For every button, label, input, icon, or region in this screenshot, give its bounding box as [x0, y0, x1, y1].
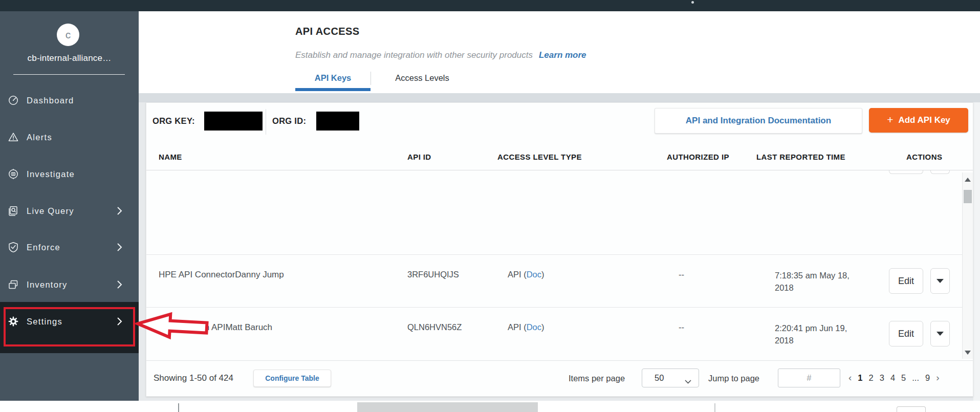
inventory-icon	[8, 279, 19, 290]
access-type-suffix: )	[541, 270, 545, 279]
page-subtitle-text: Establish and manage integration with ot…	[295, 50, 533, 60]
cell-last-reported-time: 2:20:41 pm Jun 19, 2018	[775, 322, 856, 346]
annotation-red-arrow-icon	[135, 309, 211, 344]
page-title: API ACCESS	[295, 26, 360, 37]
add-api-key-button[interactable]: + Add API Key	[869, 108, 968, 133]
org-separator	[266, 109, 266, 135]
sidebar-item-alerts[interactable]: Alerts	[0, 125, 139, 149]
access-type-prefix: API (	[508, 322, 527, 332]
sidebar-item-label: Alerts	[27, 133, 52, 142]
sidebar-item-label: Investigate	[27, 169, 75, 179]
org-id-redaction	[316, 112, 359, 131]
pagination-page-3[interactable]: 3	[880, 373, 884, 383]
chevron-right-icon	[117, 280, 122, 289]
column-header-api-id: API ID	[407, 153, 431, 161]
api-keys-card: ORG KEY: ORG ID: API and Integration Doc…	[146, 102, 973, 397]
items-per-page-select[interactable]: 50	[642, 368, 699, 387]
left-gutter	[139, 102, 146, 401]
jump-to-page-label: Jump to page	[708, 374, 759, 383]
plus-icon: +	[887, 114, 893, 126]
sidebar-item-enforce[interactable]: Enforce	[0, 235, 139, 259]
sidebar-item-dashboard[interactable]: Dashboard	[0, 88, 139, 113]
column-header-name: NAME	[159, 153, 182, 161]
chevron-right-icon	[117, 243, 122, 251]
learn-more-link[interactable]: Learn more	[539, 50, 586, 60]
sidebar-item-investigate[interactable]: Investigate	[0, 162, 139, 186]
top-bar	[0, 0, 980, 11]
right-gutter	[973, 102, 980, 401]
jump-to-page-input[interactable]	[778, 368, 840, 387]
annotation-red-box	[4, 307, 135, 346]
cell-access-level-type: API (Doc)	[508, 322, 545, 332]
pagination-page-5[interactable]: 5	[901, 373, 906, 383]
cell-last-reported-time: 7:18:35 am May 18, 2018	[775, 269, 856, 294]
table-row: HPE API ConnectorDanny Jump 3RF6UHQIJS A…	[146, 254, 962, 307]
cell-authorized-ip: --	[679, 270, 684, 279]
scrollbar-thumb[interactable]	[964, 190, 972, 203]
cell-api-id: 3RF6UHQIJS	[407, 270, 459, 279]
cell-api-id: QLN6HVN56Z	[407, 322, 462, 332]
configure-table-button[interactable]: Configure Table	[253, 370, 331, 387]
background-window-artifact	[178, 403, 179, 412]
org-key-redaction	[204, 112, 263, 131]
edit-button[interactable]: Edit	[889, 321, 923, 346]
sidebar-item-label: Dashboard	[27, 96, 74, 105]
scroll-up-arrow-icon[interactable]	[965, 178, 971, 182]
background-window-artifact	[897, 406, 926, 412]
caret-down-icon	[937, 279, 944, 283]
org-name: cb-internal-alliance…	[0, 53, 139, 63]
gauge-icon	[8, 95, 19, 106]
org-id-label: ORG ID:	[272, 116, 306, 126]
access-type-prefix: API (	[508, 270, 527, 279]
doc-link[interactable]: Doc	[527, 270, 541, 279]
clipped-dropdown-button[interactable]	[930, 170, 950, 174]
add-api-key-label: Add API Key	[898, 115, 950, 125]
tab-access-levels[interactable]: Access Levels	[371, 68, 473, 88]
org-key-label: ORG KEY:	[153, 116, 195, 126]
table-scroll-viewport: HPE API ConnectorDanny Jump 3RF6UHQIJS A…	[146, 170, 962, 359]
items-per-page-value: 50	[655, 373, 664, 383]
sidebar-item-label: Live Query	[27, 206, 74, 216]
live-query-icon	[8, 205, 19, 216]
pagination-page-2[interactable]: 2	[869, 373, 874, 383]
chevron-right-icon	[117, 207, 122, 215]
pagination-prev-icon[interactable]: ‹	[848, 372, 852, 383]
pagination-next-icon[interactable]: ›	[936, 372, 939, 383]
pagination-ellipsis: ...	[912, 373, 919, 383]
shield-check-icon	[8, 242, 19, 253]
table-row: King & Union APIMatt Baruch QLN6HVN56Z A…	[146, 307, 962, 359]
access-type-suffix: )	[541, 322, 545, 332]
org-divider	[13, 74, 125, 75]
column-header-access-level-type: ACCESS LEVEL TYPE	[497, 153, 582, 161]
clipped-edit-button[interactable]	[889, 170, 923, 174]
caret-down-icon	[937, 332, 944, 336]
sidebar-item-inventory[interactable]: Inventory	[0, 272, 139, 297]
cell-name: HPE API ConnectorDanny Jump	[159, 270, 284, 280]
doc-link[interactable]: Doc	[527, 322, 541, 332]
background-window-artifact	[357, 402, 538, 412]
pagination-page-1[interactable]: 1	[858, 373, 862, 383]
app-window: c cb-internal-alliance… Dashboard Alerts	[0, 0, 980, 412]
active-tab-underline	[295, 88, 371, 91]
edit-button[interactable]: Edit	[889, 268, 923, 294]
vertical-scrollbar[interactable]	[962, 172, 973, 359]
content-gray-band	[139, 93, 980, 102]
row-actions-dropdown-button[interactable]	[930, 268, 950, 294]
api-documentation-button[interactable]: API and Integration Documentation	[655, 108, 862, 134]
row-actions-dropdown-button[interactable]	[930, 321, 950, 346]
pagination-page-4[interactable]: 4	[890, 373, 895, 383]
table-footer: Showing 1-50 of 424 Configure Table Item…	[146, 360, 973, 396]
sidebar-item-live-query[interactable]: Live Query	[0, 199, 139, 223]
pagination-page-9[interactable]: 9	[925, 373, 930, 383]
background-window-artifact	[714, 403, 715, 412]
sidebar-item-label: Enforce	[27, 243, 60, 252]
tab-api-keys[interactable]: API Keys	[295, 68, 371, 88]
topbar-clipped-icon	[691, 1, 694, 4]
chevron-down-icon	[685, 377, 691, 386]
cell-access-level-type: API (Doc)	[508, 270, 545, 279]
avatar[interactable]: c	[57, 24, 79, 46]
showing-count: Showing 1-50 of 424	[154, 373, 233, 383]
cell-authorized-ip: --	[679, 322, 684, 332]
items-per-page-label: Items per page	[569, 374, 625, 383]
scroll-down-arrow-icon[interactable]	[965, 351, 971, 355]
